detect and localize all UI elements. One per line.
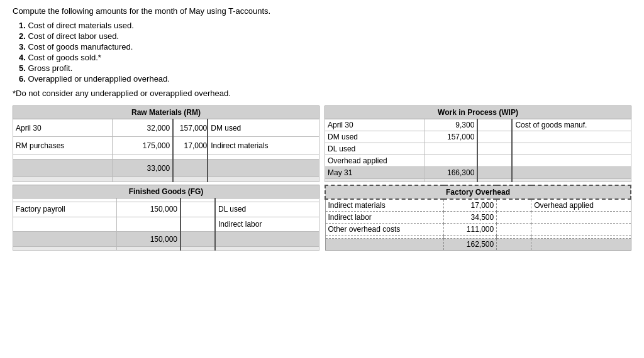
wip-right-label-1: Cost of goods manuf.	[512, 119, 631, 131]
factory-overhead-table: Factory Overhead Indirect materials 17,0…	[325, 185, 631, 251]
rm-label-right-2: Indirect materials	[208, 137, 319, 155]
table-row: 162,500	[325, 239, 631, 251]
table-row: Overhead applied	[325, 155, 631, 167]
table-row: DL used	[325, 143, 631, 155]
table-row	[325, 179, 631, 182]
intro-line1: Compute the following amounts for the mo…	[13, 6, 631, 16]
table-row: Indirect materials 17,000 Overhead appli…	[325, 199, 631, 212]
list-item-6: 6. Overapplied or underapplied overhead.	[19, 74, 631, 84]
table-row	[13, 155, 319, 159]
table-row	[13, 246, 319, 250]
rm-label-1: April 30	[13, 119, 113, 137]
list-item-4: 4. Cost of goods sold.*	[19, 53, 631, 62]
fg-title: Finished Goods (FG)	[13, 185, 319, 198]
wip-table: Work in Process (WIP) April 30 9,300 Cos…	[325, 106, 631, 182]
table-row: 33,000	[13, 160, 319, 177]
fg-factory-payroll: Factory payroll	[13, 202, 117, 217]
list-item-1: 1. Cost of direct materials used.	[19, 21, 631, 30]
list-item-3: 3. Cost of goods manufactured.	[19, 42, 631, 52]
table-row: April 30 32,000 157,000 DM used	[13, 119, 319, 137]
list-item-5: 5. Gross profit.	[19, 63, 631, 73]
table-row: May 31 166,300	[325, 167, 631, 179]
rm-label-right-1: DM used	[208, 119, 319, 137]
wip-label-1: April 30	[325, 119, 425, 131]
table-row: Indirect labor 34,500	[325, 212, 631, 224]
wip-num-1: 9,300	[425, 119, 477, 131]
rm-balance: 33,000	[113, 160, 174, 177]
tables-container: Raw Materials (RM) April 30 32,000 157,0…	[13, 106, 631, 251]
table-row: DM used 157,000	[325, 131, 631, 143]
wip-title: Work in Process (WIP)	[325, 106, 631, 119]
table-row: 150,000	[13, 232, 319, 247]
list-item-2: 2. Cost of direct labor used.	[19, 31, 631, 41]
table-row: April 30 9,300 Cost of goods manuf.	[325, 119, 631, 131]
table-row: Other overhead costs 111,000	[325, 224, 631, 236]
table-row	[13, 177, 319, 182]
rm-label-2: RM purchases	[13, 137, 113, 155]
raw-materials-title: Raw Materials (RM)	[13, 106, 319, 119]
rm-num-left-1: 32,000	[113, 119, 174, 137]
rm-num-right-2: 17,000	[173, 137, 208, 155]
rm-num-left-2: 175,000	[113, 137, 174, 155]
finished-goods-table: Finished Goods (FG) Factory payroll 150,…	[13, 185, 319, 251]
raw-materials-table: Raw Materials (RM) April 30 32,000 157,0…	[13, 106, 319, 182]
fo-title: Factory Overhead	[325, 185, 631, 199]
footnote: *Do not consider any underapplied or ove…	[13, 89, 631, 98]
table-row: RM purchases 175,000 17,000 Indirect mat…	[13, 137, 319, 155]
rm-num-right-1: 157,000	[173, 119, 208, 137]
intro-list: 1. Cost of direct materials used. 2. Cos…	[19, 21, 631, 84]
table-row: Factory payroll 150,000 DL used	[13, 202, 319, 217]
table-row: Indirect labor	[13, 217, 319, 232]
